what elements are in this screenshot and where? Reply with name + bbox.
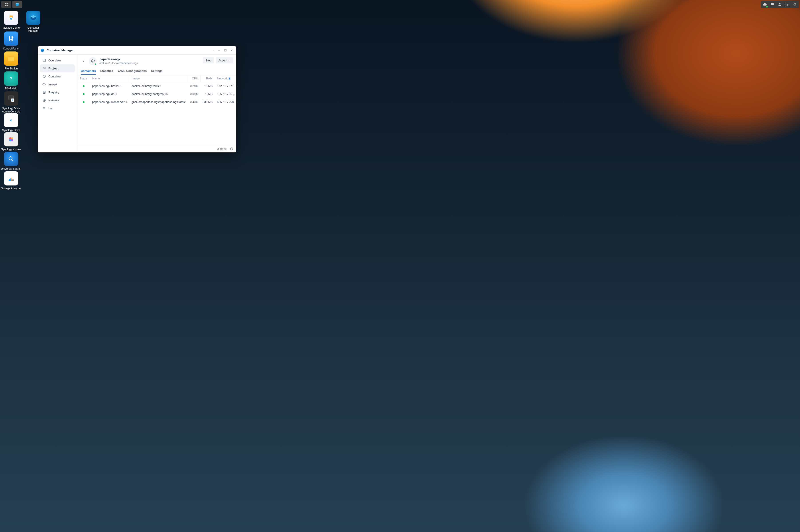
col-cpu[interactable]: CPU — [188, 75, 200, 82]
action-button-label: Action — [218, 59, 227, 62]
sidebar-item-project[interactable]: Project — [40, 64, 75, 72]
desktop-icon-file-station[interactable]: File Station — [0, 52, 22, 70]
svg-text:?: ? — [212, 49, 213, 51]
sidebar-item-label: Overview — [49, 59, 61, 62]
col-network-label: Network — [217, 77, 228, 80]
table-row[interactable]: paperless-ngx-db-1docker.io/library/post… — [77, 90, 236, 98]
svg-text:?: ? — [10, 76, 12, 81]
desktop-icon-label: Container Manager — [22, 26, 44, 33]
container-manager-icon — [15, 2, 19, 6]
table-row[interactable]: paperless-ngx-webserver-1ghcr.io/paperle… — [77, 98, 236, 106]
desktop-icon-universal-search[interactable]: Universal Search — [0, 152, 22, 170]
sidebar: Overview Project Container Image Registr… — [38, 55, 77, 152]
back-button[interactable] — [81, 58, 86, 63]
tray-notifications[interactable] — [769, 2, 775, 7]
desktop-icon-synology-photos[interactable]: Synology Photos — [0, 132, 22, 151]
cell-name: paperless-ngx-webserver-1 — [90, 98, 129, 106]
window-maximize-button[interactable] — [223, 48, 228, 53]
cell-image: docker.io/library/redis:7 — [129, 82, 188, 90]
tab-containers[interactable]: Containers — [81, 68, 96, 75]
window-titlebar[interactable]: Container Manager ? — [38, 46, 236, 55]
synology-drive-icon — [4, 113, 18, 127]
cell-network: 172 KB / 571… — [215, 82, 236, 90]
containers-table[interactable]: Status Name Image CPU RAM Networki ⋮ pap… — [77, 75, 236, 145]
sidebar-item-network[interactable]: Network — [40, 96, 75, 104]
svg-line-11 — [796, 5, 796, 6]
cell-cpu: 0.09% — [188, 90, 200, 98]
status-running-dot — [83, 85, 84, 87]
info-badge-icon[interactable]: i — [229, 77, 230, 80]
desktop-icon-label: Synology Drive Admin Console — [0, 107, 22, 113]
tray-upload-status[interactable] — [762, 2, 768, 7]
desktop-icon-label: Synology Photos — [0, 148, 22, 151]
desktop-icon-label: Control Panel — [0, 47, 22, 50]
svg-rect-1 — [7, 3, 8, 4]
cell-network: 125 KB / 65 … — [215, 90, 236, 98]
svg-point-28 — [11, 139, 13, 141]
desktop-icon-drive-admin-console[interactable]: Synology Drive Admin Console — [0, 91, 22, 113]
taskbar-app-container-manager[interactable] — [13, 1, 22, 8]
svg-rect-20 — [8, 57, 14, 61]
sidebar-item-log[interactable]: Log — [40, 104, 75, 112]
col-network[interactable]: Networki — [215, 75, 236, 82]
desktop-icon-label: File Station — [0, 67, 22, 70]
tab-settings[interactable]: Settings — [151, 68, 163, 75]
window-help-button[interactable]: ? — [211, 48, 215, 53]
col-name[interactable]: Name — [90, 75, 129, 82]
action-dropdown[interactable]: Action — [216, 57, 233, 63]
svg-rect-0 — [5, 3, 6, 4]
desktop-icon-control-panel[interactable]: Control Panel — [0, 32, 22, 50]
svg-rect-3 — [7, 5, 8, 6]
sidebar-item-overview[interactable]: Overview — [40, 56, 75, 64]
tab-yaml-configurations[interactable]: YAML Configurations — [118, 68, 147, 75]
file-station-icon — [4, 52, 18, 66]
desktop-icon-dsm-help[interactable]: ? DSM Help — [0, 72, 22, 90]
desktop-icon-container-manager[interactable]: Container Manager — [22, 11, 44, 33]
cell-name: paperless-ngx-broker-1 — [90, 82, 129, 90]
tray-widgets[interactable] — [784, 2, 790, 7]
stop-button[interactable]: Stop — [203, 57, 214, 63]
log-icon — [42, 106, 46, 110]
refresh-button[interactable] — [230, 147, 234, 151]
col-ram[interactable]: RAM — [200, 75, 215, 82]
svg-line-48 — [44, 93, 45, 93]
desktop-icon-label: Storage Analyzer — [0, 187, 22, 190]
table-footer: 3 items — [77, 145, 236, 152]
table-header-row: Status Name Image CPU RAM Networki ⋮ — [77, 75, 236, 82]
col-image[interactable]: Image — [129, 75, 188, 82]
desktop-icon-storage-analyzer[interactable]: Storage Analyzer — [0, 171, 22, 190]
sidebar-item-registry[interactable]: Registry — [40, 88, 75, 96]
taskbar-main-menu[interactable] — [1, 1, 11, 8]
cell-image: docker.io/library/postgres:16 — [129, 90, 188, 98]
control-panel-icon — [4, 32, 18, 46]
sidebar-item-image[interactable]: Image — [40, 80, 75, 88]
network-icon — [42, 98, 46, 102]
tray-user[interactable] — [777, 2, 783, 7]
svg-line-30 — [12, 159, 13, 161]
svg-rect-42 — [43, 59, 45, 62]
maximize-icon — [224, 49, 227, 52]
sidebar-item-container[interactable]: Container — [40, 72, 75, 80]
desktop-icon-synology-drive[interactable]: Synology Drive — [0, 113, 22, 132]
project-title: paperless-ngx — [99, 57, 138, 62]
desktop-icon-label: Synology Drive — [0, 129, 22, 132]
drive-admin-console-icon — [4, 91, 18, 106]
desktop-icon-label: Package Center — [0, 26, 22, 29]
tray-search[interactable] — [792, 2, 798, 7]
sidebar-item-label: Registry — [49, 91, 59, 94]
window-minimize-button[interactable] — [217, 48, 222, 53]
svg-point-13 — [10, 18, 12, 20]
status-running-dot — [83, 93, 84, 95]
taskbar — [0, 0, 800, 9]
cell-cpu: 0.43% — [188, 98, 200, 106]
svg-point-17 — [9, 37, 11, 38]
search-icon — [793, 2, 797, 6]
sidebar-item-label: Log — [49, 107, 54, 110]
container-manager-desktop-icon — [26, 11, 40, 25]
col-status[interactable]: Status — [77, 75, 90, 82]
desktop-icon-package-center[interactable]: Package Center — [0, 11, 22, 29]
table-row[interactable]: paperless-ngx-broker-1docker.io/library/… — [77, 82, 236, 90]
close-icon — [230, 49, 233, 52]
tab-statistics[interactable]: Statistics — [100, 68, 113, 75]
window-close-button[interactable] — [229, 48, 234, 53]
